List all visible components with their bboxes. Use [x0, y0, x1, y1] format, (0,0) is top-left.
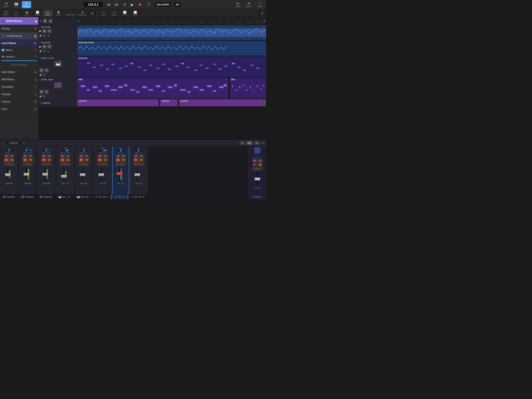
ch2-pan-indicator[interactable]	[24, 150, 32, 151]
track5-close-btn[interactable]: ✕	[89, 195, 91, 198]
ch5-w-btn[interactable]: W	[84, 158, 89, 162]
draw-tool[interactable]: ✏ DRAW	[43, 10, 53, 17]
track-name-5[interactable]: 5 🎹 Syn...yer ✕	[74, 194, 93, 200]
track8-close-btn[interactable]: ✕	[142, 195, 144, 198]
tab-media[interactable]: ⊞ MEDIA	[1, 1, 11, 8]
split-tool[interactable]: ✂ SPLIT	[11, 10, 21, 17]
track4-clip-area[interactable]: Syntronik	[77, 56, 266, 77]
copy-button[interactable]: ⬜ COPY	[120, 10, 130, 17]
grid-value[interactable]: 1/8	[259, 12, 265, 15]
redo-button[interactable]: ↪ REDO	[109, 10, 119, 17]
ch7-fader[interactable]	[117, 172, 122, 175]
ch6-s-btn[interactable]: S	[103, 154, 108, 158]
mixer-zoom-icon[interactable]: +	[23, 142, 25, 145]
metronome-button[interactable]: 🎵	[146, 2, 152, 8]
studioeq-edit-icon[interactable]: ✎	[35, 55, 37, 58]
track-name-3[interactable]: 3 🔊 Syntronik	[37, 194, 56, 200]
instrument-row[interactable]: 🎵 NOISE Melody 🔒	[0, 32, 38, 40]
ch5-s-btn[interactable]: S	[84, 154, 89, 158]
send-effects-row[interactable]: Send Effects ⊞	[0, 68, 38, 76]
track5-clip-main[interactable]: DRC	[77, 78, 228, 98]
ch5-pan-indicator[interactable]	[80, 150, 88, 151]
track-name-6[interactable]: 6 🎵 No...ent ✕	[93, 194, 111, 200]
position-display[interactable]: 124.4.1	[83, 2, 103, 7]
track6-clip-1[interactable]: Lagrange	[77, 99, 158, 106]
track5-s-btn[interactable]: S	[44, 90, 49, 94]
mixer-size-xl[interactable]: XL	[254, 141, 260, 145]
help-button[interactable]: ? HELP	[255, 1, 265, 8]
shop-button[interactable]: 🛍 SHOP	[233, 1, 243, 8]
master-m-btn[interactable]: M	[252, 159, 257, 162]
track4-clip[interactable]: Syntronik	[77, 57, 266, 77]
ch1-fader[interactable]	[5, 174, 11, 176]
tab-keys[interactable]: 🎹 KEYS	[12, 1, 21, 8]
ch7-pan-indicator[interactable]	[117, 150, 125, 151]
ch1-e-btn[interactable]: e	[4, 162, 14, 166]
ch4-s-btn[interactable]: S	[65, 154, 70, 158]
master-name-cell[interactable]: 1/2 Stereo	[248, 194, 266, 200]
track-arrow-icon[interactable]: ◀	[35, 19, 37, 23]
ch8-w-btn[interactable]: W	[139, 158, 144, 162]
insert-effects-header[interactable]: Insert Effects ➕	[0, 40, 38, 47]
glue-tool[interactable]: ◼ GLUE	[22, 10, 32, 17]
track2-play-icon[interactable]: ▶	[39, 29, 41, 32]
track-name-4[interactable]: 4 🎹 Syn... LE	[56, 194, 74, 200]
ch6-fader[interactable]	[99, 174, 104, 176]
ch5-r-btn[interactable]: R	[79, 158, 84, 162]
mixbox-edit-icon[interactable]: ✎	[35, 49, 37, 51]
mixer-close-button[interactable]: ✕	[262, 141, 265, 145]
ch7-r-btn[interactable]: R	[115, 158, 120, 162]
track5-auto-icon[interactable]: ✱	[39, 95, 42, 98]
ch2-m-btn[interactable]: M	[23, 154, 28, 158]
tap-add-effect[interactable]: Tap to Add Effect	[0, 61, 38, 68]
track2-clip[interactable]	[77, 25, 266, 40]
track2-m-btn[interactable]: M	[42, 29, 47, 33]
track5-clip-area[interactable]: DRC	[77, 77, 266, 99]
track5-clip-2[interactable]: DRC	[230, 78, 266, 98]
ch5-e-btn[interactable]: e	[79, 162, 89, 166]
ch7-w-btn[interactable]: W	[121, 158, 126, 162]
ch3-w-btn[interactable]: W	[47, 158, 52, 162]
ch4-w-btn[interactable]: W	[65, 158, 70, 162]
master-s-btn[interactable]: S	[258, 159, 263, 162]
track3-auto-icon[interactable]: ✱	[39, 50, 42, 53]
ch1-s-btn[interactable]: S	[9, 154, 14, 158]
track3-monitor-icon[interactable]: ◄	[47, 50, 50, 53]
ch4-e-btn[interactable]: e	[60, 162, 70, 166]
ch5-fader[interactable]	[80, 174, 85, 176]
effect-studioeq-row[interactable]: ⏻ StudioEQ ✎	[0, 53, 38, 60]
track3-s-btn[interactable]: S	[47, 45, 52, 49]
ch8-m-btn[interactable]: M	[133, 154, 139, 158]
record-button[interactable]: ⏺	[138, 2, 143, 7]
ch7-e-btn[interactable]: e	[115, 162, 126, 166]
automation-row[interactable]: Automation 〜	[0, 83, 38, 90]
loop-button[interactable]: ↺	[122, 2, 127, 8]
select-tool[interactable]: ⬛ SELECT	[1, 10, 11, 17]
ch4-m-btn[interactable]: M	[60, 154, 65, 158]
track3-m-btn[interactable]: M	[42, 45, 47, 49]
ch6-m-btn[interactable]: M	[97, 154, 102, 158]
channel-row[interactable]: Channel ⊟	[0, 98, 38, 105]
ch6-w-btn[interactable]: W	[103, 158, 108, 162]
ch8-s-btn[interactable]: S	[139, 154, 144, 158]
track-name-7-selected[interactable]: 7 🎵 NO...dy ✕	[111, 194, 128, 200]
master-w-btn[interactable]: W	[258, 163, 263, 166]
track4-auto-icon[interactable]: ✱	[39, 73, 42, 77]
undo-button[interactable]: ↩ UNDO	[99, 10, 109, 17]
track-name-8[interactable]: 8 🎵 No...ent ✕	[128, 194, 147, 200]
studioeq-power-button[interactable]: ⏻	[1, 55, 4, 58]
ch6-pan-indicator[interactable]	[99, 150, 107, 151]
track6-clip-2[interactable]: Lagrange	[160, 99, 177, 106]
track3-clip[interactable]: Syntronik Freeze	[77, 41, 266, 56]
master-e-btn[interactable]: e	[252, 167, 263, 170]
track4-record-button[interactable]	[43, 73, 46, 77]
ch6-e-btn[interactable]: e	[97, 162, 108, 166]
paste-button[interactable]: ⬜ PASTE	[130, 10, 140, 17]
track3-clip-area[interactable]: Syntronik Freeze	[77, 40, 266, 56]
track5-m-btn[interactable]: M	[39, 90, 44, 94]
ch3-s-btn[interactable]: S	[47, 154, 52, 158]
midi-effects-row[interactable]: MIDI Effects ◎	[0, 76, 38, 83]
notepad-row[interactable]: Notepad ✏	[0, 90, 38, 98]
mute-tool[interactable]: 🔇 MUTE	[53, 10, 63, 17]
track-name-1[interactable]: 1 🔊 Syntronik	[0, 194, 19, 200]
